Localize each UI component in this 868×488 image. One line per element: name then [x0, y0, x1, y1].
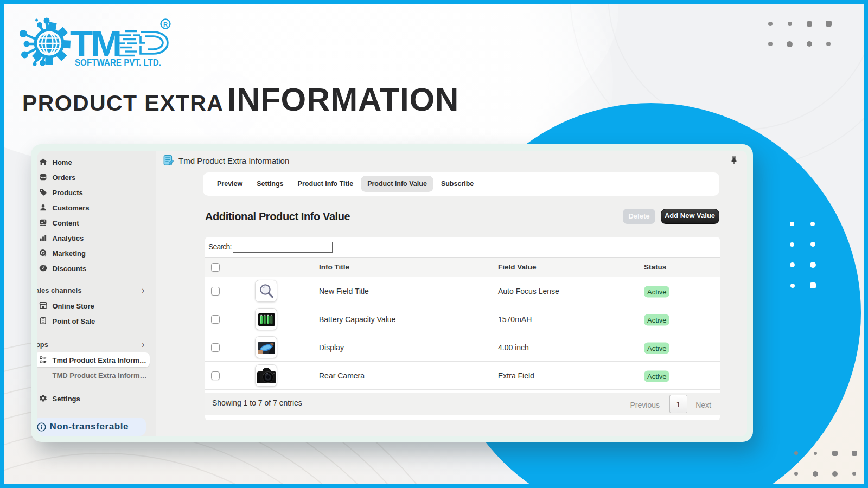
svg-text:SOFTWARE PVT. LTD.: SOFTWARE PVT. LTD.	[75, 57, 161, 67]
svg-text:R: R	[163, 21, 168, 28]
